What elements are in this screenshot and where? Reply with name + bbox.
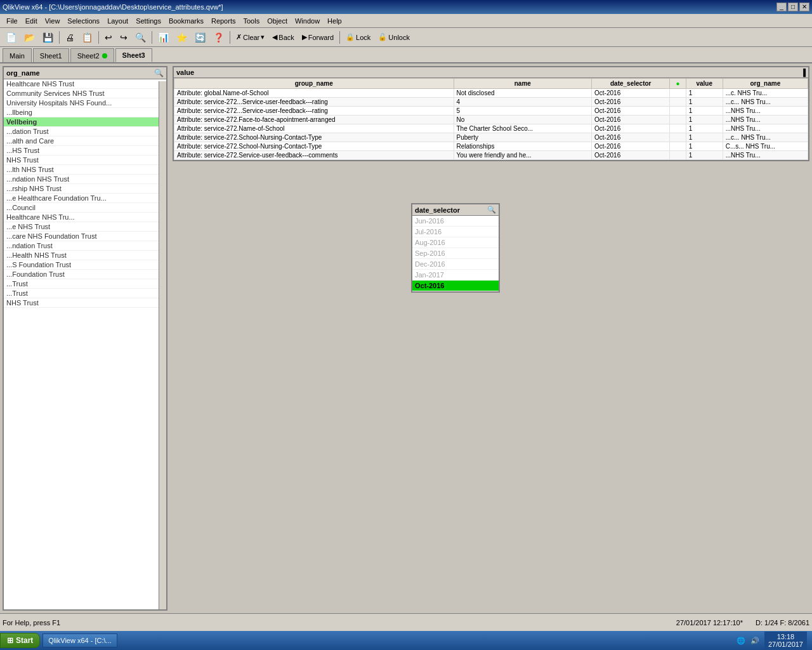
date-list-item[interactable]: Aug-2016 xyxy=(412,237,499,248)
start-button[interactable]: ⊞ Start xyxy=(0,633,40,648)
separator-4 xyxy=(230,31,230,44)
table-row[interactable]: Attribute: service-272.Face-to-face-apoi… xyxy=(174,116,808,124)
help-button[interactable]: ❓ xyxy=(210,30,227,44)
table-cell: Attribute: service-272.Name-of-School xyxy=(174,124,454,133)
org-list-item[interactable]: Vellbeing xyxy=(4,117,166,127)
copy-button[interactable]: 📋 xyxy=(79,30,96,44)
date-list-item[interactable]: Oct-2016 xyxy=(412,281,499,291)
menu-item-reports[interactable]: Reports xyxy=(207,16,240,26)
table-row[interactable]: Attribute: service-272...Service-user-fe… xyxy=(174,107,808,116)
print-button[interactable]: 🖨 xyxy=(62,30,77,44)
table-cell xyxy=(670,98,686,107)
forward-button[interactable]: ▶ Forward xyxy=(299,30,337,44)
minimize-button[interactable]: _ xyxy=(776,3,787,11)
back-button[interactable]: ◀ Back xyxy=(269,30,297,44)
clear-dropdown[interactable]: ▾ xyxy=(261,33,265,41)
table-cell: Attribute: global.Name-of-School xyxy=(174,89,454,98)
tab-main-label: Main xyxy=(10,52,25,60)
org-list-scrollbar[interactable] xyxy=(159,81,166,609)
org-list-item[interactable]: ...e Healthcare Foundation Tru... xyxy=(4,194,166,203)
undo-button[interactable]: ↩ xyxy=(102,30,115,44)
org-list-item[interactable]: NHS Trust xyxy=(4,156,166,165)
taskbar-right: 🌐 🔊 13:18 27/01/2017 xyxy=(731,632,812,649)
org-list-item[interactable]: University Hospitals NHS Found... xyxy=(4,98,166,108)
table-row[interactable]: Attribute: service-272.Service-user-feed… xyxy=(174,151,808,160)
date-list-item[interactable]: Jul-2016 xyxy=(412,227,499,237)
separator-5 xyxy=(339,31,340,44)
org-list-item[interactable]: ...Council xyxy=(4,203,166,213)
separator-2 xyxy=(98,31,99,44)
menu-item-settings[interactable]: Settings xyxy=(132,16,165,26)
org-list-item[interactable]: ...rship NHS Trust xyxy=(4,184,166,194)
date-list-item[interactable]: Sep-2016 xyxy=(412,248,499,259)
org-list-item[interactable]: ...Trust xyxy=(4,279,166,289)
table-row[interactable]: Attribute: service-272.School-Nursing-Co… xyxy=(174,133,808,142)
org-list-item[interactable]: ...Trust xyxy=(4,289,166,298)
redo-button[interactable]: ↪ xyxy=(117,30,131,44)
lock-button[interactable]: 🔒 Lock xyxy=(343,30,374,44)
menu-item-object[interactable]: Object xyxy=(263,16,291,26)
save-button[interactable]: 💾 xyxy=(39,30,56,44)
org-list-item[interactable]: ...llbeing xyxy=(4,108,166,117)
table-row[interactable]: Attribute: global.Name-of-SchoolNot disc… xyxy=(174,89,808,98)
org-list-item[interactable]: NHS Trust xyxy=(4,298,166,308)
new-button[interactable]: 📄 xyxy=(3,30,20,44)
org-list-item[interactable]: ...HS Trust xyxy=(4,146,166,156)
col-group-name: group_name xyxy=(174,79,454,89)
org-list-item[interactable]: ...ndation Trust xyxy=(4,241,166,251)
star-button[interactable]: ⭐ xyxy=(173,30,190,44)
tab-sheet1[interactable]: Sheet1 xyxy=(33,48,69,62)
tab-sheet3[interactable]: Sheet3 xyxy=(115,48,152,62)
org-list-item[interactable]: Healthcare NHS Trust xyxy=(4,79,166,89)
taskbar-app-item[interactable]: QlikView x64 - [C:\... xyxy=(43,633,117,647)
menu-item-bookmarks[interactable]: Bookmarks xyxy=(165,16,207,26)
window-controls[interactable]: _ □ ✕ xyxy=(776,3,809,11)
close-button[interactable]: ✕ xyxy=(799,3,809,11)
org-name-list[interactable]: Healthcare NHS TrustCommunity Services N… xyxy=(4,79,166,607)
lock-label: Lock xyxy=(356,34,370,41)
date-selector-list[interactable]: Jun-2016Jul-2016Aug-2016Sep-2016Dec-2016… xyxy=(412,216,499,291)
org-list-item[interactable]: ...Foundation Trust xyxy=(4,270,166,279)
status-bar: For Help, press F1 27/01/2017 12:17:10* … xyxy=(0,613,812,631)
date-list-item[interactable]: Jun-2016 xyxy=(412,216,499,227)
maximize-button[interactable]: □ xyxy=(788,3,798,11)
reload-button[interactable]: 🔄 xyxy=(192,30,209,44)
org-list-item[interactable]: ...Health NHS Trust xyxy=(4,251,166,260)
taskbar-clock[interactable]: 13:18 27/01/2017 xyxy=(764,632,807,649)
org-list-item[interactable]: Community Services NHS Trust xyxy=(4,89,166,98)
unlock-button[interactable]: 🔓 Unlock xyxy=(375,30,413,44)
menu-item-help[interactable]: Help xyxy=(324,16,346,26)
search-button[interactable]: 🔍 xyxy=(132,30,149,44)
open-button[interactable]: 📂 xyxy=(21,30,38,44)
tab-main[interactable]: Main xyxy=(3,48,32,62)
col-name: name xyxy=(454,79,592,89)
org-list-item[interactable]: ...ndation NHS Trust xyxy=(4,175,166,184)
org-list-item[interactable]: ...S Foundation Trust xyxy=(4,260,166,270)
org-list-item[interactable]: ...alth and Care xyxy=(4,136,166,146)
date-search-icon[interactable]: 🔍 xyxy=(487,206,496,214)
org-search-icon[interactable]: 🔍 xyxy=(154,69,164,77)
table-row[interactable]: Attribute: service-272.School-Nursing-Co… xyxy=(174,142,808,151)
date-list-item[interactable]: Dec-2016 xyxy=(412,259,499,270)
org-list-item[interactable]: Healthcare NHS Tru... xyxy=(4,213,166,222)
table-row[interactable]: Attribute: service-272.Name-of-SchoolThe… xyxy=(174,124,808,133)
menu-item-tools[interactable]: Tools xyxy=(239,16,263,26)
tab-sheet2[interactable]: Sheet2 xyxy=(70,48,114,62)
org-list-item[interactable]: ...care NHS Foundation Trust xyxy=(4,232,166,241)
menu-item-edit[interactable]: Edit xyxy=(22,16,41,26)
menu-item-layout[interactable]: Layout xyxy=(103,16,132,26)
menu-item-window[interactable]: Window xyxy=(291,16,324,26)
table-cell: ...c. NHS Tru... xyxy=(723,89,808,98)
menu-item-selections[interactable]: Selections xyxy=(63,16,103,26)
clear-button[interactable]: ✗ Clear ▾ xyxy=(233,30,268,44)
menu-item-file[interactable]: File xyxy=(3,16,22,26)
clear-label: Clear xyxy=(243,34,259,41)
chart-button[interactable]: 📊 xyxy=(155,30,172,44)
org-list-item[interactable]: ...e NHS Trust xyxy=(4,222,166,232)
taskbar-app-label: QlikView x64 - [C:\... xyxy=(48,637,111,644)
table-row[interactable]: Attribute: service-272...Service-user-fe… xyxy=(174,98,808,107)
menu-item-view[interactable]: View xyxy=(41,16,64,26)
org-list-item[interactable]: ...lth NHS Trust xyxy=(4,165,166,175)
org-list-item[interactable]: ...dation Trust xyxy=(4,127,166,136)
date-list-item[interactable]: Jan-2017 xyxy=(412,270,499,281)
